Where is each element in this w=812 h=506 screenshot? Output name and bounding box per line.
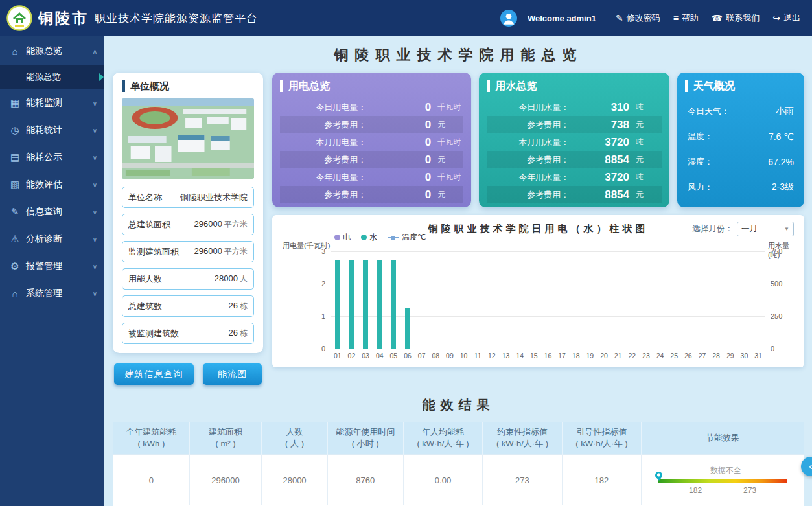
- x-label-13: 13: [499, 352, 513, 360]
- electricity-rows: 今日用电量：0千瓦时参考费用：0元本月用电量：0千瓦时参考费用：0元今年用电量：…: [280, 98, 463, 203]
- dot-marker-icon: [361, 235, 367, 240]
- chevron-up-icon: ∧: [93, 48, 97, 55]
- top-action-change-password[interactable]: ✎修改密码: [616, 12, 660, 24]
- x-label-27: 27: [695, 352, 710, 360]
- x-label-15: 15: [527, 352, 541, 360]
- top-action-label: 帮助: [682, 12, 699, 24]
- unit-card-title: 单位概况: [122, 80, 254, 92]
- chevron-down-icon: ∨: [93, 263, 97, 270]
- unit-field-label: 单位名称: [128, 192, 162, 203]
- y-axis-right: 用水量(吨) 7505002500: [765, 241, 796, 362]
- sidebar-item-info-query[interactable]: ✎信息查询∨: [0, 198, 104, 225]
- user-avatar-icon: [500, 10, 517, 27]
- water-bar-04: [377, 260, 382, 349]
- x-label-30: 30: [737, 352, 752, 360]
- water-bar-06: [405, 308, 410, 349]
- top-action-help[interactable]: ≡帮助: [673, 12, 699, 24]
- x-label-29: 29: [723, 352, 737, 360]
- stat-row-value: 0: [366, 154, 431, 167]
- x-label-23: 23: [639, 352, 653, 360]
- stat-row-label: 参考费用：: [488, 189, 569, 201]
- stat-row-label: 今年用电量：: [281, 172, 366, 183]
- unit-field-label: 用能人数: [128, 273, 162, 285]
- axis-tick: 2: [321, 280, 325, 288]
- stat-row-value: 8854: [569, 154, 629, 167]
- sidebar-item-label: 能耗统计: [26, 124, 87, 136]
- bar-chart-icon: ▦: [9, 97, 21, 109]
- eff-cell-6: 182: [562, 455, 641, 506]
- brand-city: 铜陵市: [38, 8, 89, 29]
- month-select[interactable]: 一月 ▼: [737, 222, 794, 236]
- page-title: 铜陵职业技术学院用能总览: [110, 45, 807, 65]
- stat-row-unit: 千瓦时: [431, 102, 462, 113]
- sidebar-item-system-management[interactable]: ⌂系统管理∨: [0, 280, 104, 307]
- edit-icon: ✎: [616, 14, 623, 23]
- eff-cell-4: 0.00: [403, 455, 482, 506]
- stat-row-4: 今年用水量：3720吨: [487, 168, 662, 186]
- chevron-down-icon: ∨: [93, 100, 97, 107]
- weather-row-label: 今日天气：: [688, 106, 730, 117]
- month-select-label: 选择月份：: [693, 224, 734, 235]
- unit-field-4: 总建筑数26栋: [122, 295, 254, 317]
- energy-flow-diagram-button[interactable]: 能流图: [203, 363, 262, 385]
- water-overview-card: 用水总览 今日用水量：310吨参考费用：738元本月用水量：3720吨参考费用：…: [479, 73, 669, 207]
- weather-row-3: 风力：2-3级: [685, 174, 796, 200]
- stat-row-value: 8854: [569, 189, 629, 201]
- stat-row-label: 参考费用：: [281, 119, 366, 131]
- x-label-28: 28: [709, 352, 723, 360]
- bar-slot-02: [345, 251, 359, 349]
- stat-row-value: 738: [569, 119, 629, 132]
- x-label-11: 11: [470, 352, 485, 360]
- bar-slot-15: [527, 251, 541, 349]
- legend-label: 水: [369, 232, 377, 243]
- legend-label: 电: [343, 232, 351, 243]
- campus-image: [122, 98, 254, 179]
- unit-field-2: 监测建筑面积296000平方米: [122, 241, 254, 262]
- building-info-query-button[interactable]: 建筑信息查询: [114, 363, 194, 385]
- x-label-08: 08: [428, 352, 443, 360]
- chevron-down-icon: ∨: [93, 290, 97, 297]
- stat-row-label: 今日用电量：: [281, 102, 366, 113]
- sidebar: ⌂能源总览∧能源总览▦能耗监测∨◷能耗统计∨▤能耗公示∨▧能效评估∨✎信息查询∨…: [0, 36, 104, 506]
- x-label-01: 01: [331, 352, 345, 360]
- stat-row-value: 0: [366, 136, 431, 149]
- stat-row-unit: 元: [629, 189, 660, 200]
- axis-tick: 0: [321, 345, 325, 352]
- weather-row-2: 湿度：67.2%: [685, 149, 796, 174]
- sidebar-item-energy-publicity[interactable]: ▤能耗公示∨: [0, 144, 104, 171]
- sidebar-item-label: 信息查询: [26, 206, 87, 218]
- bar-slot-10: [457, 251, 471, 349]
- bars-layer: [331, 251, 765, 349]
- sidebar-item-analysis-diagnosis[interactable]: ⚠分析诊断∨: [0, 225, 104, 253]
- x-axis-labels: 0102030405060708091011121314151617181920…: [331, 349, 765, 362]
- sidebar-subitem-energy-overview-sub[interactable]: 能源总览: [0, 65, 104, 89]
- stat-row-unit: 吨: [629, 137, 660, 148]
- sidebar-item-alarm-management[interactable]: ⚙报警管理∨: [0, 253, 104, 280]
- water-bar-03: [363, 260, 368, 349]
- legend-label: 温度℃: [402, 232, 426, 243]
- eff-header-7: 节能效果: [642, 422, 804, 455]
- stat-row-value: 0: [366, 171, 431, 184]
- bar-slot-30: [737, 251, 752, 349]
- stats-row: 用电总览 今日用电量：0千瓦时参考费用：0元本月用电量：0千瓦时参考费用：0元今…: [272, 73, 804, 207]
- sidebar-item-energy-overview[interactable]: ⌂能源总览∧: [0, 38, 104, 65]
- stat-row-unit: 元: [431, 189, 462, 200]
- logout-icon: ↪: [772, 14, 780, 23]
- bar-slot-19: [583, 251, 597, 349]
- bar-slot-18: [569, 251, 583, 349]
- top-header: 铜陵市 职业技术学院能源资源监管平台 Welcome admin1 ✎修改密码≡…: [0, 0, 812, 36]
- stat-row-label: 本月用电量：: [281, 137, 366, 148]
- unit-field-value: 296000: [194, 219, 222, 229]
- top-action-logout[interactable]: ↪退出: [772, 12, 800, 24]
- stat-row-4: 今年用电量：0千瓦时: [280, 168, 463, 186]
- bar-slot-29: [723, 251, 737, 349]
- sidebar-item-efficiency-evaluation[interactable]: ▧能效评估∨: [0, 171, 104, 198]
- sidebar-item-energy-monitoring[interactable]: ▦能耗监测∨: [0, 89, 104, 117]
- x-label-03: 03: [358, 352, 373, 360]
- bar-slot-05: [387, 251, 401, 349]
- sidebar-item-energy-statistics[interactable]: ◷能耗统计∨: [0, 117, 104, 144]
- document-icon: ▧: [9, 179, 21, 190]
- top-action-contact-us[interactable]: ☎联系我们: [712, 12, 760, 24]
- unit-fields: 单位名称铜陵职业技术学院总建筑面积296000平方米监测建筑面积296000平方…: [122, 187, 254, 344]
- stat-row-0: 今日用水量：310吨: [487, 98, 662, 116]
